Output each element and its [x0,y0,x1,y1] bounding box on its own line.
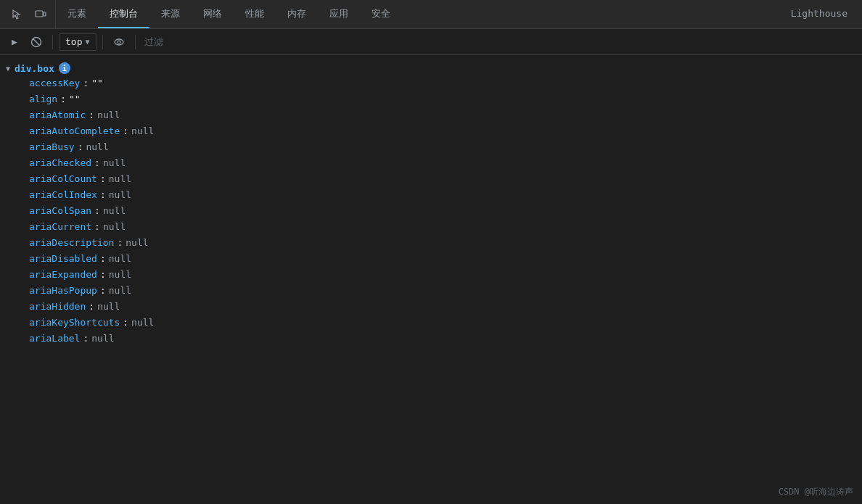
prop-line: ariaExpanded: null [0,267,862,283]
prop-colon: : [78,140,83,154]
filter-input[interactable] [141,35,856,49]
prop-value: null [103,156,126,170]
devtools-icons [3,0,56,28]
prop-value: null [109,268,131,282]
element-tag: div.box [15,63,54,74]
prop-value: null [97,108,120,123]
prop-key: ariaAutoComplete [29,124,120,139]
prop-key: ariaColSpan [29,204,91,218]
prop-value: null [109,252,131,266]
prop-value: null [131,124,154,139]
prop-line: ariaHasPopup: null [0,283,862,299]
prop-line: ariaAtomic: null [0,107,862,123]
tab-console[interactable]: 控制台 [98,0,149,28]
prop-line: ariaAutoComplete: null [0,123,862,139]
element-header[interactable]: ▼ div.box i [0,61,862,75]
watermark: CSDN @听海边涛声 [779,486,853,498]
prop-key: ariaDescription [29,236,114,250]
prop-colon: : [89,108,94,123]
console-content: ▼ div.box i accessKey: ""align: ""ariaAt… [0,55,862,504]
prop-colon: : [83,331,89,346]
prop-key: ariaColCount [29,172,97,186]
svg-point-4 [115,39,123,45]
prop-colon: : [60,92,66,107]
prop-key: ariaExpanded [29,268,97,282]
context-label: top [65,36,82,47]
dropdown-arrow-icon: ▼ [85,38,89,46]
prop-line: ariaHidden: null [0,299,862,315]
prop-line: ariaColSpan: null [0,203,862,219]
eye-button[interactable] [109,33,129,51]
context-selector[interactable]: top ▼ [59,33,97,51]
prop-value: null [86,140,108,154]
expand-triangle-icon: ▼ [6,65,10,73]
prop-colon: : [83,76,89,91]
prop-colon: : [100,188,106,202]
toolbar-divider-2 [102,35,103,49]
prop-colon: : [100,172,106,186]
prop-key: ariaAtomic [29,108,86,123]
prop-line: ariaDisabled: null [0,251,862,267]
prop-colon: : [94,204,100,218]
prop-key: ariaBusy [29,140,75,154]
prop-colon: : [100,284,106,298]
toolbar-divider-1 [52,35,53,49]
prop-colon: : [117,236,123,250]
prop-key: ariaLabel [29,331,80,346]
svg-point-5 [118,41,120,44]
prop-colon: : [123,124,128,139]
cursor-icon[interactable] [9,6,26,23]
tab-memory[interactable]: 内存 [276,0,318,28]
prop-line: ariaBusy: null [0,139,862,155]
prop-value: "" [91,76,103,91]
prop-colon: : [94,220,100,234]
play-icon: ▶ [12,36,17,47]
prop-line: ariaDescription: null [0,235,862,251]
tab-sources[interactable]: 来源 [149,0,192,28]
prop-colon: : [100,268,106,282]
eye-icon [113,36,125,48]
prop-colon: : [89,299,94,314]
stop-icon [30,36,42,48]
tab-elements[interactable]: 元素 [56,0,98,28]
device-icon[interactable] [32,6,49,23]
prop-key: ariaHasPopup [29,284,97,298]
prop-key: ariaDisabled [29,252,97,266]
stop-button[interactable] [26,33,46,51]
prop-value: null [103,204,126,218]
prop-value: null [109,188,131,202]
prop-line: accessKey: "" [0,75,862,91]
tab-application[interactable]: 应用 [318,0,360,28]
prop-key: accessKey [29,76,80,91]
prop-colon: : [100,252,106,266]
prop-line: ariaLabel: null [0,331,862,347]
tab-security[interactable]: 安全 [360,0,402,28]
prop-value: null [103,220,126,234]
property-list: accessKey: ""align: ""ariaAtomic: nullar… [0,75,862,347]
prop-value: null [109,284,131,298]
prop-value: null [126,236,148,250]
prop-key: ariaKeyShortcuts [29,315,120,330]
prop-colon: : [123,315,128,330]
svg-line-3 [33,38,40,45]
prop-key: ariaHidden [29,299,86,314]
play-button[interactable]: ▶ [6,33,23,51]
prop-value: null [91,331,114,346]
prop-line: ariaCurrent: null [0,219,862,235]
prop-value: null [97,299,120,314]
svg-rect-1 [44,12,46,16]
info-icon[interactable]: i [59,62,70,74]
tab-lighthouse[interactable]: Lighthouse [779,0,859,28]
tab-network[interactable]: 网络 [192,0,234,28]
prop-line: ariaKeyShortcuts: null [0,315,862,331]
prop-colon: : [94,156,100,170]
prop-line: ariaColCount: null [0,171,862,187]
prop-key: ariaColIndex [29,188,97,202]
prop-key: align [29,92,57,107]
prop-key: ariaCurrent [29,220,91,234]
prop-value: null [109,172,131,186]
prop-line: ariaColIndex: null [0,187,862,203]
prop-value: "" [69,92,81,107]
prop-key: ariaChecked [29,156,91,170]
tab-performance[interactable]: 性能 [234,0,276,28]
